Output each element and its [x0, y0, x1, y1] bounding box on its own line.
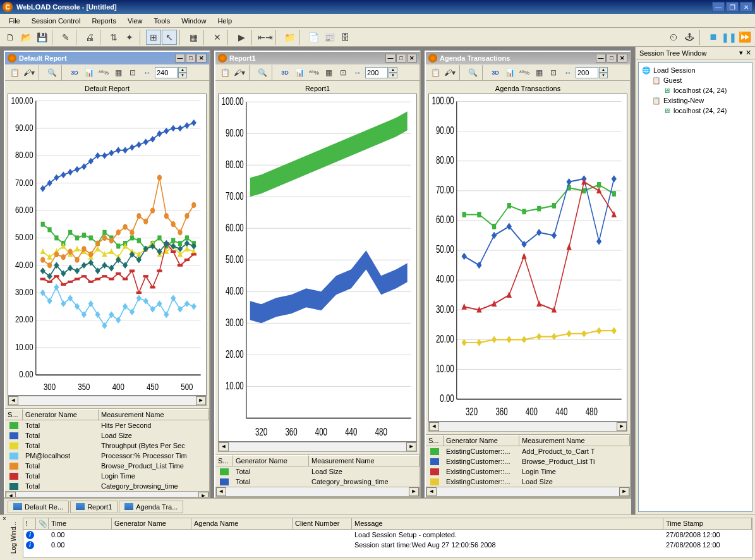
brush-icon[interactable]: 🖌▾ — [22, 66, 36, 80]
log-col-timestamp[interactable]: Time Stamp — [663, 518, 752, 529]
menu-view[interactable]: View — [123, 16, 148, 26]
legend-row[interactable]: TotalLogin Time — [5, 471, 209, 481]
legend-col-generator[interactable]: Generator Name — [23, 409, 99, 420]
panel-close-icon[interactable]: ✕ — [746, 49, 751, 57]
zoom-input[interactable] — [155, 67, 178, 78]
child-close-button[interactable]: ✕ — [617, 54, 627, 63]
joystick-icon[interactable]: 🕹 — [682, 30, 697, 45]
bars-icon[interactable]: 📊 — [503, 66, 517, 80]
zoom-down-button[interactable]: ▼ — [599, 73, 608, 78]
legend-row[interactable]: TotalCategory_browsing_time — [215, 477, 420, 487]
tool1-icon[interactable]: ⇅ — [106, 30, 121, 45]
legend-col-generator[interactable]: Generator Name — [233, 455, 309, 466]
legend-row[interactable]: TotalLoad Size — [215, 466, 420, 477]
log-close-icon[interactable]: × — [0, 515, 9, 560]
tab-report1[interactable]: Report1 — [70, 501, 118, 513]
child-maximize-button[interactable]: □ — [607, 54, 617, 63]
child-maximize-button[interactable]: □ — [186, 54, 196, 63]
edit-icon[interactable]: ✎ — [58, 30, 73, 45]
legend-col-measurement[interactable]: Measurement Name — [519, 435, 630, 446]
legend-row[interactable]: TotalHits Per Second — [5, 420, 209, 430]
log-col-attach[interactable]: 📎 — [36, 518, 49, 529]
minimize-button[interactable]: — — [712, 2, 725, 12]
child-minimize-button[interactable]: — — [385, 54, 396, 63]
log-col-message[interactable]: Message — [352, 518, 663, 529]
brush-icon[interactable]: 🖌▾ — [233, 66, 246, 80]
db-icon[interactable]: 🗄 — [337, 30, 353, 45]
zoom-up-button[interactable]: ▲ — [178, 67, 187, 73]
zoom-input[interactable] — [576, 67, 598, 78]
bars-icon[interactable]: 📊 — [293, 66, 306, 80]
3d-icon[interactable]: 3D — [278, 66, 292, 80]
percent-icon[interactable]: ᴬᴮ% — [97, 66, 111, 80]
zoom-up-button[interactable]: ▲ — [599, 67, 608, 73]
percent-icon[interactable]: ᴬᴮ% — [307, 66, 321, 80]
cursor-icon[interactable]: ↖ — [162, 30, 177, 45]
legend-col-measurement[interactable]: Measurement Name — [99, 409, 209, 420]
chart-hscroll[interactable]: ◄► — [428, 422, 627, 432]
stop-icon[interactable]: ■ — [706, 30, 721, 45]
zoom-icon[interactable]: 🔍 — [255, 66, 269, 80]
log-col-time[interactable]: Time — [49, 518, 112, 529]
tab-default-report[interactable]: Default Re... — [8, 501, 69, 513]
pause-icon[interactable]: ❚❚ — [722, 30, 737, 45]
tab-agenda-transactions[interactable]: Agenda Tra... — [119, 501, 183, 513]
menu-file[interactable]: File — [4, 16, 25, 26]
delete-icon[interactable]: ✕ — [210, 30, 225, 45]
brush-icon[interactable]: 🖌▾ — [443, 66, 457, 80]
doc1-icon[interactable]: 📄 — [306, 30, 321, 45]
zoom-down-button[interactable]: ▼ — [389, 73, 397, 78]
chart-hscroll[interactable]: ◄► — [8, 396, 207, 406]
legend-col-swatch[interactable]: S... — [426, 435, 444, 446]
goto-icon[interactable]: ⇤⇥ — [258, 30, 273, 45]
menu-reports[interactable]: Reports — [87, 16, 121, 26]
menu-window[interactable]: Window — [176, 16, 211, 26]
child-close-button[interactable]: ✕ — [196, 54, 207, 63]
log-row[interactable]: i0.00Load Session Setup - completed.27/0… — [23, 530, 752, 540]
print-icon[interactable]: 🖨 — [82, 30, 97, 45]
legend-row[interactable]: TotalLoad Size — [5, 430, 209, 441]
zoom-down-button[interactable]: ▼ — [178, 73, 187, 78]
save-icon[interactable]: 💾 — [34, 30, 49, 45]
zoom-icon[interactable]: 🔍 — [466, 66, 480, 80]
percent-icon[interactable]: ᴬᴮ% — [517, 66, 531, 80]
grid-icon[interactable]: ▦ — [532, 66, 546, 80]
grid-icon[interactable]: ▦ — [111, 66, 125, 80]
fit-icon[interactable]: ⊡ — [336, 66, 350, 80]
tool2-icon[interactable]: ✦ — [122, 30, 137, 45]
fit-icon[interactable]: ⊡ — [126, 66, 140, 80]
width-icon[interactable]: ↔ — [140, 66, 154, 80]
child-minimize-button[interactable]: — — [175, 54, 185, 63]
legend-row[interactable]: TotalThroughput (Bytes Per Sec — [5, 441, 209, 451]
3d-icon[interactable]: 3D — [488, 66, 502, 80]
legend-row[interactable]: ExistingCustomer::...Login Time — [426, 466, 630, 477]
menu-session-control[interactable]: Session Control — [27, 16, 86, 26]
table-icon[interactable]: ▦ — [186, 30, 201, 45]
tree-host[interactable]: 🖥localhost (24, 24) — [641, 85, 749, 95]
legend-row[interactable]: ExistingCustomer::...Browse_Product_List… — [426, 456, 630, 466]
bars-icon[interactable]: 📊 — [82, 66, 96, 80]
tree-group-existing-new[interactable]: 📋Existing-New — [641, 95, 749, 106]
tree-root[interactable]: 🌐Load Session — [641, 65, 749, 75]
copy-icon[interactable]: 📋 — [428, 66, 442, 80]
copy-icon[interactable]: 📋 — [218, 66, 232, 80]
zoom-up-button[interactable]: ▲ — [389, 67, 397, 73]
new-icon[interactable]: 🗋 — [3, 30, 18, 45]
width-icon[interactable]: ↔ — [561, 66, 575, 80]
legend-row[interactable]: ExistingCustomer::...Load Size — [426, 477, 630, 487]
chart-hscroll[interactable]: ◄► — [218, 442, 417, 452]
grid-icon[interactable]: ▦ — [322, 66, 335, 80]
legend-col-generator[interactable]: Generator Name — [444, 435, 519, 446]
legend-row[interactable]: TotalCategory_browsing_time — [5, 481, 209, 491]
legend-col-measurement[interactable]: Measurement Name — [309, 455, 420, 466]
tree-host[interactable]: 🖥localhost (24, 24) — [641, 106, 749, 116]
fit-icon[interactable]: ⊡ — [547, 66, 560, 80]
legend-row[interactable]: ExistingCustomer::...Add_Product_to_Cart… — [426, 446, 630, 456]
arrange-icon[interactable]: ⊞ — [146, 30, 161, 45]
log-col-client[interactable]: Client Number — [293, 518, 352, 529]
ff-icon[interactable]: ⏩ — [737, 30, 752, 45]
legend-hscroll[interactable]: ◄► — [426, 487, 630, 497]
legend-col-swatch[interactable]: S... — [215, 455, 233, 466]
menu-help[interactable]: Help — [212, 16, 237, 26]
close-button[interactable]: ✕ — [740, 2, 752, 12]
